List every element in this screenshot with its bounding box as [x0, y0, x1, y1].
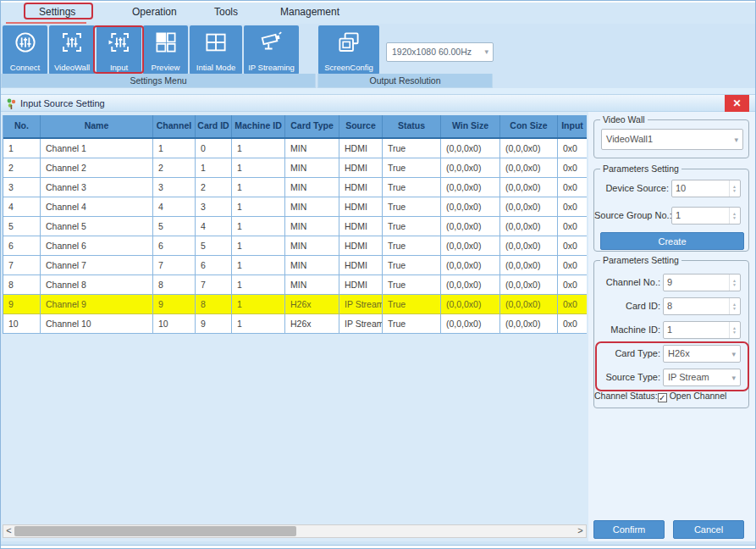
table-cell: 1 [196, 158, 232, 178]
table-cell: 0x0 [558, 236, 587, 256]
open-channel-label: Open Channel [670, 391, 727, 401]
source-group-input[interactable]: 1 ▲▼ [671, 207, 741, 225]
intial-mode-button[interactable]: Intial Mode [190, 25, 242, 75]
table-row[interactable]: 6Channel 6651MINHDMITrue(0,0,0x0)(0,0,0x… [3, 236, 587, 256]
preview-button[interactable]: Preview [143, 25, 188, 75]
close-button[interactable]: ✕ [725, 95, 749, 112]
ribbon-gap [1, 88, 755, 94]
table-cell: HDMI [339, 275, 383, 295]
table-cell: Channel 7 [41, 256, 153, 275]
channel-no-label: Channel No.: [594, 277, 660, 287]
table-cell: True [383, 158, 441, 178]
machine-id-label: Machine ID: [594, 324, 660, 335]
h-scrollbar[interactable]: < > [3, 524, 587, 538]
scroll-left-icon[interactable]: < [3, 525, 14, 537]
table-cell: 0x0 [558, 139, 587, 158]
card-id-label: Card ID: [594, 301, 660, 311]
connect-button[interactable]: Connect [3, 25, 47, 75]
spinner-icon[interactable]: ▲▼ [729, 274, 739, 291]
table-cell: (0,0,0x0) [441, 295, 500, 314]
table-cell: True [383, 236, 441, 256]
confirm-button[interactable]: Confirm [593, 520, 665, 539]
scroll-right-icon[interactable]: > [575, 525, 586, 537]
table-row[interactable]: 4Channel 4431MINHDMITrue(0,0,0x0)(0,0,0x… [3, 197, 587, 217]
table-cell: 1 [232, 256, 285, 275]
table-cell: HDMI [339, 178, 383, 197]
input-button[interactable]: Input [97, 25, 141, 75]
tab-operation[interactable]: Operation [132, 6, 177, 18]
screenconfig-button[interactable]: ScreenConfig [318, 25, 379, 75]
table-cell: (0,0,0x0) [441, 256, 500, 275]
table-cell: HDMI [339, 158, 383, 178]
tab-management[interactable]: Management [280, 6, 339, 18]
table-cell: (0,0,0x0) [500, 217, 558, 236]
card-type-dropdown[interactable]: H26x ▾ [663, 345, 741, 363]
table-cell: MIN [285, 256, 339, 275]
videowall-button[interactable]: VideoWall [49, 25, 95, 75]
device-source-input[interactable]: 10 ▲▼ [671, 180, 741, 197]
chevron-down-icon: ▾ [484, 43, 488, 61]
parameters-group-2-label: Parameters Setting [600, 255, 682, 265]
table-cell: Channel 9 [41, 295, 153, 314]
channel-no-input[interactable]: 9 ▲▼ [663, 274, 741, 291]
table-cell: True [383, 256, 441, 275]
table-cell: 9 [153, 295, 196, 314]
table-row[interactable]: 3Channel 3321MINHDMITrue(0,0,0x0)(0,0,0x… [3, 178, 587, 197]
videowall-icon [59, 30, 85, 55]
table-cell: 4 [3, 197, 41, 217]
table-cell: (0,0,0x0) [441, 236, 500, 256]
spinner-icon[interactable]: ▲▼ [729, 208, 739, 224]
table-cell: 1 [232, 275, 285, 295]
table-cell: (0,0,0x0) [500, 295, 558, 314]
open-channel-checkbox[interactable]: ✓ [658, 393, 667, 402]
spinner-icon[interactable]: ▲▼ [729, 180, 739, 197]
table-cell: (0,0,0x0) [441, 158, 500, 178]
chevron-down-icon: ▾ [731, 346, 736, 363]
check-icon: ✓ [659, 393, 665, 402]
tab-tools[interactable]: Tools [214, 6, 238, 18]
h-scrollbar-thumb[interactable] [14, 526, 296, 536]
table-cell: 3 [196, 197, 232, 217]
table-cell: MIN [285, 275, 339, 295]
table-cell: MIN [285, 139, 339, 158]
ip-streaming-button[interactable]: IP Streaming [244, 25, 299, 75]
table-cell: 1 [232, 236, 285, 256]
preview-icon [153, 30, 179, 55]
source-group-value: 1 [676, 210, 681, 220]
video-wall-dropdown[interactable]: VideoWall1 ▾ [601, 129, 743, 150]
create-button[interactable]: Create [600, 232, 744, 250]
table-cell: (0,0,0x0) [500, 139, 558, 158]
table-row[interactable]: 7Channel 7761MINHDMITrue(0,0,0x0)(0,0,0x… [3, 256, 587, 275]
table-row[interactable]: 9Channel 9981H26xIP StreamTrue(0,0,0x0)(… [3, 295, 587, 314]
table-cell: 5 [153, 217, 196, 236]
dialog-icon [6, 97, 17, 109]
cancel-button[interactable]: Cancel [673, 520, 744, 539]
app-window: Settings Operation Tools Management Conn… [0, 0, 756, 549]
table-cell: Channel 8 [41, 275, 153, 295]
spinner-icon[interactable]: ▲▼ [729, 298, 739, 314]
table-row[interactable]: 5Channel 5541MINHDMITrue(0,0,0x0)(0,0,0x… [3, 217, 587, 236]
table-row[interactable]: 2Channel 2211MINHDMITrue(0,0,0x0)(0,0,0x… [3, 158, 587, 178]
tab-settings[interactable]: Settings [39, 6, 75, 18]
spinner-icon[interactable]: ▲▼ [729, 322, 739, 338]
input-label: Input [97, 63, 141, 72]
table-cell: Channel 5 [41, 217, 153, 236]
card-type-label: Card Type: [594, 348, 660, 358]
table-cell: 10 [153, 314, 196, 334]
table-cell: (0,0,0x0) [500, 314, 558, 334]
table-cell: 0x0 [558, 275, 587, 295]
device-source-label: Device Source: [594, 183, 669, 193]
output-resolution-dropdown[interactable]: 1920x1080 60.00Hz ▾ [386, 42, 494, 62]
table-row[interactable]: 1Channel 1101MINHDMITrue(0,0,0x0)(0,0,0x… [3, 139, 587, 158]
table-cell: 7 [3, 256, 41, 275]
video-wall-value: VideoWall1 [606, 134, 653, 144]
table-cell: (0,0,0x0) [441, 275, 500, 295]
table-row[interactable]: 10Channel 101091H26xIP StreamTrue(0,0,0x… [3, 314, 587, 334]
source-type-dropdown[interactable]: IP Stream ▾ [663, 369, 741, 386]
table-cell: 3 [153, 178, 196, 197]
card-id-input[interactable]: 8 ▲▼ [663, 297, 741, 315]
machine-id-input[interactable]: 1 ▲▼ [663, 321, 741, 339]
table-row[interactable]: 8Channel 8871MINHDMITrue(0,0,0x0)(0,0,0x… [3, 275, 587, 295]
connect-label: Connect [3, 63, 47, 72]
ip-streaming-icon [259, 30, 284, 55]
